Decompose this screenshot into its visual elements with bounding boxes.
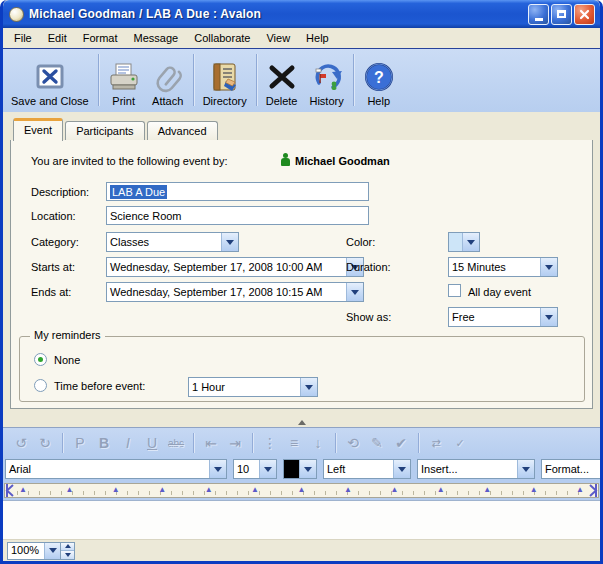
ruler-tab-stop-icon[interactable]: ▲ <box>112 485 120 495</box>
chevron-down-icon[interactable] <box>393 460 410 478</box>
location-input[interactable]: Science Room <box>106 206 369 225</box>
tab-participants[interactable]: Participants <box>65 121 144 140</box>
directory-button[interactable]: Directory <box>197 52 253 110</box>
menu-edit[interactable]: Edit <box>40 30 75 46</box>
chevron-down-icon[interactable] <box>300 378 317 396</box>
duration-select[interactable]: 15 Minutes <box>448 257 558 277</box>
ruler-tab-stop-icon[interactable]: ▲ <box>158 485 166 495</box>
menu-message[interactable]: Message <box>126 30 187 46</box>
format-value: Format... <box>542 463 600 475</box>
pen-icon[interactable]: ✎ <box>365 435 389 451</box>
menu-file[interactable]: File <box>6 30 40 46</box>
ruler-tab-stop-icon[interactable]: ▲ <box>65 485 73 495</box>
title-bar[interactable]: Michael Goodman / LAB A Due : Avalon <box>3 0 600 28</box>
chevron-down-icon[interactable] <box>221 233 238 251</box>
ruler-tab-stop-icon[interactable]: ▲ <box>298 485 306 495</box>
starts-at-select[interactable]: Wednesday, September 17, 2008 10:00 AM <box>106 257 364 277</box>
chevron-down-icon[interactable] <box>540 308 557 326</box>
spell-check-icon[interactable]: ✓ <box>448 437 472 450</box>
rotate-icon[interactable]: ⟲ <box>341 435 365 451</box>
chevron-down-icon[interactable] <box>209 460 226 478</box>
find-replace-icon[interactable]: ⇄ <box>424 437 448 450</box>
chevron-down-icon[interactable] <box>540 258 557 276</box>
chevron-down-icon[interactable] <box>299 460 316 478</box>
duration-label: Duration: <box>346 261 391 273</box>
app-window: Michael Goodman / LAB A Due : Avalon Fil… <box>0 0 603 564</box>
toolbar-label: Delete <box>266 95 298 107</box>
format-select[interactable]: Format... <box>541 459 600 479</box>
pane-splitter[interactable] <box>3 415 600 428</box>
bulleted-list-icon[interactable]: ≡ <box>282 435 306 451</box>
ends-at-select[interactable]: Wednesday, September 17, 2008 10:15 AM <box>106 282 364 302</box>
chevron-down-icon[interactable] <box>44 543 60 559</box>
bold-icon[interactable]: B <box>92 435 116 451</box>
save-and-close-button[interactable]: Save and Close <box>5 52 95 110</box>
chevron-down-icon[interactable] <box>462 233 479 251</box>
close-button[interactable] <box>574 4 595 25</box>
menu-view[interactable]: View <box>258 30 298 46</box>
italic-icon[interactable]: I <box>116 435 140 451</box>
chevron-down-icon[interactable] <box>259 460 276 478</box>
spin-up-button[interactable] <box>61 543 74 552</box>
all-day-checkbox[interactable] <box>448 284 461 297</box>
zoom-control[interactable]: 100% <box>7 542 75 560</box>
history-button[interactable]: History <box>303 52 349 110</box>
plain-text-icon[interactable]: P <box>68 435 92 451</box>
ruler-tab-stop-icon[interactable]: ▲ <box>344 485 352 495</box>
ruler-tab-stop-icon[interactable]: ▲ <box>390 485 398 495</box>
ruler-tab-stop-icon[interactable]: ▲ <box>205 485 213 495</box>
description-input[interactable]: LAB A Due <box>106 182 369 201</box>
ends-at-value: Wednesday, September 17, 2008 10:15 AM <box>107 286 346 298</box>
maximize-button[interactable] <box>551 4 572 25</box>
underline-icon[interactable]: U <box>140 435 164 451</box>
right-margin-marker[interactable] <box>588 484 598 497</box>
insert-below-icon[interactable]: ↓ <box>306 435 330 451</box>
font-size-select[interactable]: 10 <box>233 459 277 479</box>
show-as-select[interactable]: Free <box>448 307 558 327</box>
ruler-tab-stop-icon[interactable]: ▲ <box>251 485 259 495</box>
font-value: Arial <box>6 463 209 475</box>
font-select[interactable]: Arial <box>5 459 227 479</box>
menu-help[interactable]: Help <box>298 30 337 46</box>
left-margin-marker[interactable] <box>5 484 15 497</box>
align-select[interactable]: Left <box>323 459 411 479</box>
text-color-select[interactable] <box>283 459 317 479</box>
category-select[interactable]: Classes <box>106 232 239 252</box>
insert-select[interactable]: Insert... <box>417 459 535 479</box>
font-size-value: 10 <box>234 463 259 475</box>
chevron-down-icon[interactable] <box>517 460 534 478</box>
ruler-tab-stop-icon[interactable]: ▲ <box>530 485 538 495</box>
ruler-tab-stop-icon[interactable]: ▲ <box>437 485 445 495</box>
ruler-tab-stop-icon[interactable]: ▲ <box>483 485 491 495</box>
color-select[interactable] <box>448 232 480 252</box>
print-button[interactable]: Print <box>102 52 146 110</box>
redo-icon[interactable]: ↻ <box>33 435 57 451</box>
toolbar-separator <box>256 54 257 106</box>
reminder-none-radio[interactable] <box>34 353 47 366</box>
tab-event[interactable]: Event <box>13 118 63 141</box>
outdent-icon[interactable]: ⇤ <box>199 435 223 451</box>
tab-panel-wrap: You are invited to the following event b… <box>3 140 600 415</box>
ruler-tab-stop-icon[interactable]: ▲ <box>576 485 584 495</box>
spin-down-button[interactable] <box>61 551 74 559</box>
attach-icon <box>152 59 184 95</box>
menu-collaborate[interactable]: Collaborate <box>186 30 258 46</box>
undo-icon[interactable]: ↺ <box>9 435 33 451</box>
reminder-time-select[interactable]: 1 Hour <box>188 377 318 397</box>
attach-button[interactable]: Attach <box>146 52 190 110</box>
toolbar-label: Print <box>112 95 135 107</box>
tab-advanced[interactable]: Advanced <box>147 121 218 140</box>
help-button[interactable]: ? Help <box>357 52 401 110</box>
ruler-tab-stop-icon[interactable]: ▲ <box>19 485 27 495</box>
delete-button[interactable]: Delete <box>260 52 304 110</box>
chevron-down-icon[interactable] <box>346 283 363 301</box>
reminder-time-radio[interactable] <box>34 379 47 392</box>
signature-icon[interactable]: ✔ <box>389 435 413 451</box>
ruler[interactable]: ▲▲▲▲▲▲▲▲▲▲▲▲▲ <box>4 483 599 498</box>
strikethrough-icon[interactable]: abc <box>164 438 188 449</box>
indent-icon[interactable]: ⇥ <box>223 435 247 451</box>
numbered-list-icon[interactable]: ⋮ <box>258 435 282 451</box>
minimize-button[interactable] <box>528 4 549 25</box>
menu-format[interactable]: Format <box>75 30 126 46</box>
message-body[interactable] <box>3 500 600 539</box>
